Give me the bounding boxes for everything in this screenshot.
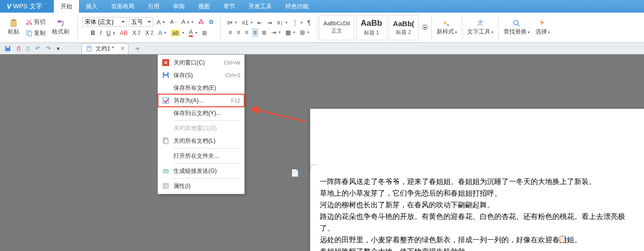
qat-redo-icon[interactable]: ↷ (45, 44, 52, 53)
new-tab-button[interactable]: ＋ (131, 44, 144, 53)
style-heading1[interactable]: AaBb 标题 1 (356, 15, 386, 40)
sort-button[interactable]: ⋮▾ (291, 18, 304, 27)
menu-tab-view[interactable]: 视图 (191, 0, 217, 13)
paragraph[interactable]: 春姐姐唤醒了整个大地，使万物变得生机勃勃。 (320, 246, 630, 251)
margin-mark-icon (310, 165, 317, 171)
ctx-save-all[interactable]: 保存所有文档(E) (158, 82, 244, 94)
grow-font-button[interactable]: A+ (155, 17, 167, 27)
ctx-save-cloud[interactable]: 保存到云文档(Y)... (158, 107, 244, 119)
menu-tab-reference[interactable]: 引用 (141, 0, 166, 13)
document-tab[interactable]: 文档1 * ✕ (81, 43, 128, 54)
clear-format-button[interactable]: ⁂ (197, 17, 205, 26)
style-normal[interactable]: AaBbCcDd 正文 (319, 15, 354, 40)
align-right-button[interactable]: ≡ (244, 28, 250, 37)
menu-tab-devtools[interactable]: 开发工具 (242, 0, 279, 13)
shading-button[interactable]: ▦▾ (284, 28, 297, 37)
paragraph[interactable]: 远处的田野里，小麦穿着整齐的绿色新衣，排成一列一列的，好像在欢迎春姐姐。 (320, 234, 630, 246)
paste-options-icon[interactable]: 📋▾ (558, 235, 570, 243)
bold-button[interactable]: B (90, 29, 97, 37)
select-button[interactable]: 选择▾ (533, 18, 553, 37)
paste-button[interactable]: 粘贴 (5, 18, 22, 37)
svg-rect-1 (12, 19, 15, 21)
svg-rect-11 (6, 46, 9, 48)
change-case-button[interactable]: Aa▾ (180, 17, 195, 26)
menu-tab-chapter[interactable]: 章节 (217, 0, 242, 13)
line-spacing-button[interactable]: ≡↕▾ (275, 18, 289, 27)
distribute-button[interactable]: ≣ (260, 28, 268, 37)
ctx-save[interactable]: 保存(S) Ctrl+S (158, 69, 244, 82)
italic-button[interactable]: I (98, 29, 103, 37)
ctx-close-all[interactable]: 关闭所有文档(L) (158, 134, 244, 147)
font-family-combo[interactable]: 宋体 (正文) (82, 17, 127, 27)
svg-text:文: 文 (477, 19, 483, 26)
align-justify-button[interactable]: ≡ (252, 28, 258, 37)
borders-button[interactable]: ⊞▾ (298, 28, 311, 37)
menu-tab-special[interactable]: 特色功能 (279, 0, 315, 13)
highlight-button[interactable]: ab▾ (170, 29, 185, 37)
svg-rect-23 (163, 184, 168, 188)
ctx-properties[interactable]: 属性(I) (158, 180, 244, 192)
char-border-button[interactable]: ⊞ (201, 29, 208, 37)
subscript-button[interactable]: X2 (144, 29, 155, 37)
qat-more-icon[interactable]: ▾ (55, 44, 61, 53)
bullets-button[interactable]: ≡•▾ (225, 18, 238, 27)
align-center-button[interactable]: ≡ (236, 28, 242, 37)
phonetic-button[interactable]: ✿ (207, 17, 215, 26)
format-painter-button[interactable]: 格式刷 (49, 18, 72, 37)
app-menu-caret-icon[interactable]: ▾ (45, 4, 47, 9)
ctx-save-as[interactable]: 另存为(A)... F12 (158, 94, 244, 107)
close-tab-icon[interactable]: ✕ (120, 45, 125, 52)
menu-tab-start[interactable]: 开始 (54, 0, 79, 13)
ctx-open-folder[interactable]: 打开所在文件夹... (158, 150, 244, 162)
menu-tab-insert[interactable]: 插入 (79, 0, 104, 13)
align-left-button[interactable]: ≡ (227, 28, 234, 37)
qat-undo-icon[interactable]: ↶ (34, 44, 42, 53)
paragraph[interactable]: 路边的花朵也争奇斗艳的开放。有黄色的迎春花、白色的杏花、还有粉色的桃花。看上去漂… (320, 211, 630, 234)
ctx-close-others: 关闭其他窗口(O) (158, 122, 244, 134)
styles-gallery[interactable]: AaBbCcDd 正文 AaBb 标题 1 AaBb( 标题 2 ⦿ (319, 15, 429, 40)
show-marks-button[interactable]: ¶ (306, 18, 312, 27)
close-icon (162, 59, 170, 67)
document-tab-label: 文档1 * (95, 45, 114, 53)
new-style-button[interactable]: AA 新样式▾ (434, 18, 460, 37)
svg-rect-5 (28, 32, 31, 36)
paragraph[interactable]: 一阵阵春风送走了冬爷爷，迎来了春姐姐。春姐姐为沉睡了一冬天的大地换上了新装。 (320, 176, 630, 187)
copy-button[interactable]: 复制 (24, 28, 47, 38)
save-icon (162, 71, 170, 79)
text-effect-button[interactable]: A▾ (157, 29, 168, 37)
menu-tab-review[interactable]: 审阅 (166, 0, 191, 13)
font-color-button[interactable]: A▾ (188, 28, 199, 38)
underline-button[interactable]: U▾ (105, 29, 117, 37)
find-replace-button[interactable]: 查找替换▾ (501, 18, 533, 37)
workspace: 一阵阵春风送走了冬爷爷，迎来了春姐姐。春姐姐为沉睡了一冬天的大地换上了新装。 草… (0, 54, 644, 251)
cut-button[interactable]: 剪切 (24, 17, 47, 27)
document-page[interactable]: 一阵阵春风送走了冬爷爷，迎来了春姐姐。春姐姐为沉睡了一冬天的大地换上了新装。 草… (310, 109, 644, 251)
qat-print-icon[interactable]: ⎙ (16, 44, 22, 53)
paste-options-icon[interactable]: 📄▾ (291, 169, 302, 177)
watermark: 下载吧 (597, 230, 641, 248)
paragraph[interactable]: 河边的柳树也长出了新芽，在春风的吹动下翩翩起舞。 (320, 199, 630, 211)
font-size-combo[interactable]: 五号 (129, 17, 153, 27)
qat-save-icon[interactable] (3, 44, 13, 53)
indent-button[interactable]: ⇥▾ (270, 28, 282, 37)
strikeout-button[interactable]: AB (118, 29, 129, 37)
indent-dec-button[interactable]: ⇤ (256, 18, 264, 27)
paragraph[interactable]: 草地上的小草发芽了，它们争先恐后的和春姐姐打招呼。 (320, 187, 630, 199)
paragraph-group: ≡•▾ ≡1▾ ⇤ ⇥ ≡↕▾ ⋮▾ ¶ ≡ ≡ ≡ ≡ ≣ ⇥▾ ▦▾ ⊞▾ (222, 18, 314, 37)
indent-inc-button[interactable]: ⇥ (266, 18, 273, 27)
svg-rect-27 (166, 186, 168, 187)
numbering-button[interactable]: ≡1▾ (240, 18, 254, 27)
svg-rect-17 (164, 72, 167, 74)
svg-rect-26 (164, 186, 165, 187)
svg-rect-12 (87, 46, 92, 51)
styles-more-button[interactable]: ⦿ (421, 23, 429, 32)
ctx-gen-link[interactable]: 生成链接发送(G) (158, 165, 244, 177)
shrink-font-button[interactable]: A- (169, 18, 178, 26)
style-heading2[interactable]: AaBb( 标题 2 (389, 15, 419, 40)
qat-preview-icon[interactable]: ⎙ (25, 44, 31, 53)
ctx-close-window[interactable]: 关闭窗口(C) Ctrl+W (158, 56, 244, 69)
superscript-button[interactable]: X2 (131, 29, 142, 37)
document-body[interactable]: 一阵阵春风送走了冬爷爷，迎来了春姐姐。春姐姐为沉睡了一冬天的大地换上了新装。 草… (320, 176, 630, 251)
text-tools-button[interactable]: 文 文字工具▾ (464, 18, 496, 37)
menu-tab-layout[interactable]: 页面布局 (104, 0, 141, 13)
